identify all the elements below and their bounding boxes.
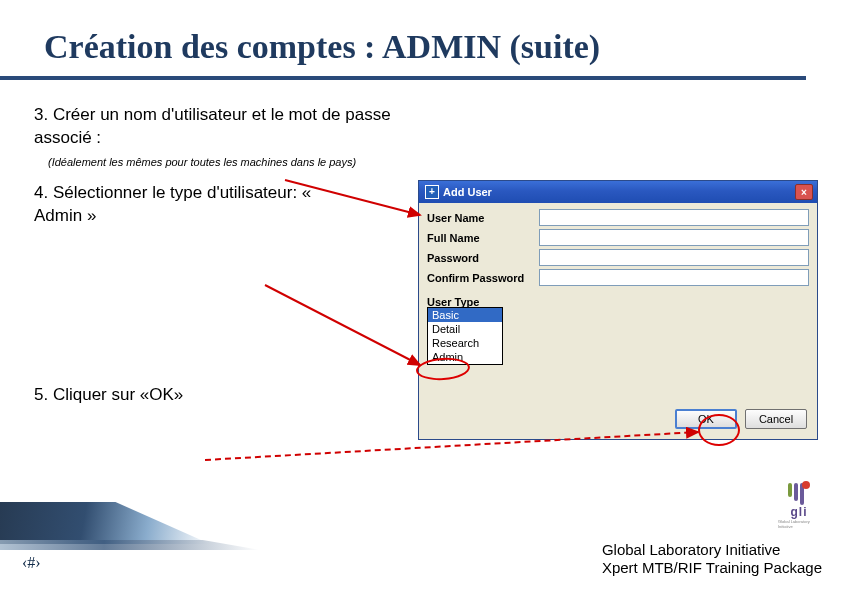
ok-button[interactable]: OK xyxy=(675,409,737,429)
input-user-name[interactable] xyxy=(539,209,809,226)
footer-right: Global Laboratory Initiative Xpert MTB/R… xyxy=(602,541,822,579)
user-type-option-basic[interactable]: Basic xyxy=(428,308,502,322)
label-password: Password xyxy=(427,252,539,264)
input-password[interactable] xyxy=(539,249,809,266)
dialog-title: Add User xyxy=(443,186,795,198)
page-number: ‹#› xyxy=(22,554,41,572)
footer-accent-shape xyxy=(0,502,210,544)
label-full-name: Full Name xyxy=(427,232,539,244)
gli-logo: gli Global Laboratory Initiative xyxy=(778,484,820,526)
gli-logo-text: gli xyxy=(791,505,808,519)
add-user-dialog: + Add User × User Name Full Name Passwor… xyxy=(418,180,818,440)
input-confirm-password[interactable] xyxy=(539,269,809,286)
user-type-option-research[interactable]: Research xyxy=(428,336,502,350)
gli-logo-subtext: Global Laboratory Initiative xyxy=(778,519,820,529)
step-3: 3. Créer un nom d'utilisateur et le mot … xyxy=(34,104,404,150)
user-type-option-admin[interactable]: Admin xyxy=(428,350,502,364)
step-4: 4. Sélectionner le type d'utilisateur: «… xyxy=(34,182,324,228)
dialog-titlebar: + Add User × xyxy=(419,181,817,203)
label-confirm-password: Confirm Password xyxy=(427,272,539,284)
cancel-button[interactable]: Cancel xyxy=(745,409,807,429)
dialog-app-icon: + xyxy=(425,185,439,199)
user-type-option-detail[interactable]: Detail xyxy=(428,322,502,336)
footer-line-1: Global Laboratory Initiative xyxy=(602,541,822,560)
user-type-dropdown-list: Basic Detail Research Admin xyxy=(427,307,503,365)
footer-accent-shape-2 xyxy=(0,540,260,550)
label-user-name: User Name xyxy=(427,212,539,224)
step-5: 5. Cliquer sur «OK» xyxy=(34,384,404,407)
input-full-name[interactable] xyxy=(539,229,809,246)
step-3-note: (Idéalement les mêmes pour toutes les ma… xyxy=(48,156,842,168)
slide-title: Création des comptes : ADMIN (suite) xyxy=(0,0,806,80)
arrow-to-ok-icon xyxy=(200,450,720,470)
footer-line-2: Xpert MTB/RIF Training Package xyxy=(602,559,822,578)
close-icon[interactable]: × xyxy=(795,184,813,200)
